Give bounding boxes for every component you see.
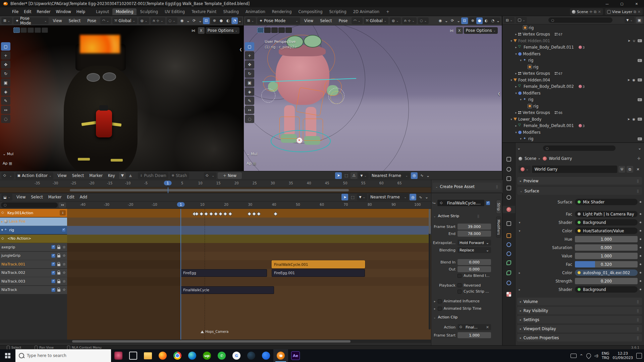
hide-hidden-icon[interactable]: ⬚ (349, 194, 356, 200)
workspace-tab-layout[interactable]: Layout (93, 8, 112, 15)
nla-strip-finalwalkcycle-001[interactable]: FinalWalkCycle.001 (272, 260, 365, 268)
collapse-arrow-icon[interactable]: ❮ (498, 92, 500, 96)
rotate-tool[interactable]: ↻ (1, 69, 10, 78)
nla-track--no-action-[interactable]: <No Action> (0, 235, 67, 243)
dope-menu-marker[interactable]: Marker (87, 173, 105, 178)
reversed-checkbox[interactable] (458, 283, 462, 287)
outliner-row[interactable]: ▸Vertex Groups67 (502, 31, 644, 38)
outliner-row[interactable]: ▸Female_Body_Default.0113 (502, 44, 644, 51)
measure-tool[interactable]: ↔ (245, 106, 254, 114)
expander-icon[interactable]: ▸ (514, 72, 518, 75)
out-field[interactable]: 0.000 (458, 266, 491, 272)
expander-icon[interactable]: ▾ (514, 131, 518, 134)
outliner-row[interactable]: ▾rig (502, 57, 644, 64)
panel-ray-visibility[interactable]: ▸Ray Visibility⣿ (517, 307, 642, 314)
mute-checkbox[interactable] (51, 262, 55, 266)
interpolation-dropdown[interactable]: Nearest Frame⌄ (370, 172, 410, 179)
value-slider[interactable]: 1.000 (575, 253, 638, 259)
rendered-shading-icon[interactable]: ◔ (490, 17, 496, 24)
star-icon[interactable]: ☆ (62, 245, 66, 249)
expander-icon[interactable]: ▾ (509, 78, 514, 82)
world-browse-dropdown[interactable]: ⌄ (519, 166, 531, 173)
expander-icon[interactable]: ▾ (509, 39, 514, 43)
eye-icon[interactable]: ◉ (632, 78, 635, 82)
redo-panel-label[interactable]: ⌄ Mul (3, 152, 13, 156)
outliner-row[interactable]: ▾Foot Hidden.004➤◉ (502, 77, 644, 83)
nla-track-rig[interactable]: ▾rig (0, 226, 67, 234)
view-layer-selector[interactable]: View Layer ⧉✕ (605, 8, 643, 15)
chevron-down-icon[interactable]: ⌄ (496, 18, 500, 23)
expander-icon[interactable]: ▾ (517, 229, 522, 233)
apply-label[interactable]: Ap ▦ (247, 161, 256, 166)
filter-dropdown[interactable]: ▼⌄ (358, 172, 368, 179)
viewport-rendered[interactable]: ⊞⌄✦Pose Mode⌄ViewSelectPose◠⌄⤧Global⌄◎⌄∩… (0, 16, 244, 171)
expander-icon[interactable]: ▸ (517, 288, 522, 291)
nla-search-input[interactable]: ○ (1, 202, 58, 208)
cursor-tool[interactable]: + (1, 51, 10, 60)
pointer-icon[interactable]: ➤ (627, 117, 630, 121)
chevron-down-icon[interactable]: ⌄ (445, 18, 448, 23)
proportional-target-icon[interactable]: ◎ (410, 194, 416, 200)
animate-decorator-dot[interactable] (640, 222, 641, 223)
nla-ruler[interactable]: -40-30-20-10102030405060708090100 (67, 201, 431, 209)
outliner-filter-mode-dropdown[interactable]: ⌄ (516, 17, 527, 23)
bone-tab[interactable] (505, 269, 513, 277)
nla-track-junglegrip[interactable]: jungleGrip☆ (0, 252, 67, 260)
annotate-tool[interactable]: ✎ (245, 97, 254, 105)
menu-render[interactable]: Render (34, 9, 53, 14)
outliner-row[interactable]: ▾Modifiers (502, 129, 644, 136)
cyclic-checkbox-row[interactable]: Cyclic Strip ... (458, 289, 489, 294)
node-socket-field[interactable]: Mix Shader (575, 199, 638, 205)
extrapolation-dropdown[interactable]: Hold Forward⌄ (458, 240, 491, 246)
nla-menu-marker[interactable]: Marker (46, 195, 64, 199)
wireframe-shading-icon[interactable]: ⊕ (470, 17, 476, 24)
mute-checkbox[interactable] (51, 254, 55, 258)
taskbar-icon-blue-app[interactable] (259, 349, 273, 362)
current-frame-badge[interactable]: 1 (164, 181, 172, 185)
menu-help[interactable]: Help (74, 9, 88, 14)
tray-expand-icon[interactable]: ^ (580, 354, 583, 358)
mute-checkbox[interactable] (51, 288, 55, 292)
mode-transfer-buttons[interactable] (13, 27, 48, 33)
move-up-icon[interactable]: ▲ (127, 172, 134, 179)
action-frame-start-field[interactable]: 1.000 (458, 332, 491, 338)
workspace-tab-2d-animation[interactable]: 2D Animation (350, 8, 383, 15)
output-tab[interactable] (505, 175, 513, 182)
panel-custom-properties[interactable]: ▸Custom Properties⣿ (517, 334, 642, 342)
camera-icon[interactable] (638, 59, 642, 62)
expander-icon[interactable]: ▾ (1, 228, 3, 232)
outliner-row[interactable]: ▸Female_Body_Default.0013 (502, 123, 644, 129)
collection-tab[interactable] (505, 220, 513, 227)
extra-tool[interactable]: ◌ (245, 115, 254, 123)
expand-range-icon[interactable]: ↔ (59, 202, 66, 208)
viewport-menu-view[interactable]: View (50, 18, 64, 23)
mute-checkbox[interactable] (51, 245, 55, 249)
show-gizmo-icon[interactable]: ◉ (179, 17, 185, 24)
outliner-row[interactable]: rig (502, 103, 644, 110)
viewport-menu-view[interactable]: View (302, 18, 316, 23)
mode-dropdown[interactable]: ✦Pose Mode⌄ (13, 17, 49, 24)
language-indicator[interactable]: ENGTRQ (602, 351, 609, 360)
nla-vscrollbar[interactable] (429, 209, 431, 234)
mute-checkbox[interactable] (51, 271, 55, 275)
workspace-tab-texture-paint[interactable]: Texture Paint (188, 8, 220, 15)
copy-datablock-icon[interactable]: ⧉ (627, 166, 633, 173)
dope-menu-select[interactable]: Select (69, 173, 87, 178)
chevron-down-icon[interactable]: ⌄ (199, 18, 202, 23)
workspace-tab-modeling[interactable]: Modeling (112, 8, 137, 15)
nla-scrollbar[interactable] (72, 340, 351, 343)
expander-icon[interactable]: ▸ (514, 85, 518, 88)
move-down-icon[interactable]: ▼ (119, 172, 126, 179)
timeline-marker[interactable]: Hops_Camera (201, 330, 228, 334)
nla-track-nlatrack[interactable]: NlaTrack☆ (0, 286, 67, 294)
end-field[interactable]: 78.000 (458, 231, 491, 237)
nla-track-axegrip[interactable]: axegrip☆ (0, 243, 67, 251)
outliner-row[interactable]: ▾Foot Hidden.001➤∪ (502, 38, 644, 44)
animated-influence-row[interactable]: ▸Animated Influence (434, 299, 480, 303)
dope-menu-key[interactable]: Key (105, 173, 118, 178)
nla-strip-fireegg-001[interactable]: FireEgg.001 (272, 269, 365, 277)
expander-icon[interactable]: ▾ (514, 92, 518, 95)
render-tab[interactable] (505, 166, 513, 173)
animate-decorator-dot[interactable] (640, 280, 641, 282)
outliner-row[interactable]: ▸Female_Body_Default.0023 (502, 83, 644, 90)
